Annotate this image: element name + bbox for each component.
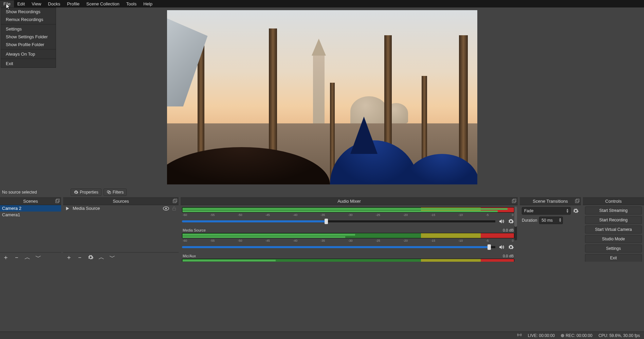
preview-area [0,7,644,187]
sources-list[interactable]: Media Source [63,205,179,252]
popout-icon[interactable] [172,199,177,203]
popout-icon[interactable] [512,199,516,203]
filters-button[interactable]: Filters [104,188,127,196]
transition-properties-button[interactable] [573,208,579,214]
duration-input[interactable]: 50 ms ▲▼ [539,217,563,224]
source-item[interactable]: Media Source [63,205,179,212]
svg-rect-6 [174,199,177,202]
vu-meter [182,259,514,262]
scene-down-button[interactable]: ﹀ [35,254,41,260]
file-menu-show-profile-folder[interactable]: Show Profile Folder [1,41,56,48]
status-broadcast-icon [517,333,522,338]
menu-profile[interactable]: Profile [63,0,83,7]
popout-icon[interactable] [55,199,60,203]
menu-tools[interactable]: Tools [123,0,140,7]
popout-icon[interactable] [575,199,579,203]
gear-icon [74,190,78,195]
controls-dock: Controls Start Streaming Start Recording… [583,197,644,262]
svg-rect-4 [56,199,59,202]
file-menu-always-on-top[interactable]: Always On Top [1,50,56,58]
controls-header: Controls [583,198,644,205]
remove-source-button[interactable]: － [77,254,83,260]
source-properties-button[interactable] [88,254,94,260]
preview-canvas[interactable] [167,10,477,184]
mixer-header: Audio Mixer [181,198,518,205]
controls-body: Start Streaming Start Recording Start Vi… [583,205,644,262]
file-menu-dropdown: Show Recordings Remux Recordings Setting… [1,7,56,68]
transitions-title: Scene Transitions [533,199,568,204]
properties-label: Properties [80,190,98,195]
menu-bar: File Edit View Docks Profile Scene Colle… [0,0,644,7]
menu-docks[interactable]: Docks [44,0,63,7]
mixer-title: Audio Mixer [337,199,361,204]
remove-scene-button[interactable]: － [14,254,20,260]
channel-name: Media Source [183,228,206,232]
duration-value: 50 ms [541,218,553,223]
no-source-label: No source selected [1,190,69,195]
menu-view[interactable]: View [28,0,44,7]
scenes-dock: Scenes Camera 2 Camera1 ＋ － ︿ ﹀ [0,197,61,262]
studio-mode-button[interactable]: Studio Mode [585,235,642,243]
visibility-toggle[interactable] [163,206,169,211]
vu-ticks: -60-55-50-45-40-35-30-25-20-15-10-50 [183,239,514,242]
sources-dock: Sources Media Source ＋ － ︿ ﹀ [63,197,179,262]
status-live: LIVE: 00:00:00 [528,333,555,338]
duration-label: Duration [522,218,537,223]
vu-meter [182,233,514,238]
mixer-channel: Media Source0.0 dB-60-55-50-45-40-35-30-… [182,228,514,251]
file-menu-show-settings-folder[interactable]: Show Settings Folder [1,33,56,41]
mute-button[interactable] [498,218,505,225]
exit-button[interactable]: Exit [585,254,642,262]
file-menu-remux-recordings[interactable]: Remux Recordings [1,16,56,23]
source-item-label: Media Source [73,206,100,211]
scenes-list[interactable]: Camera 2 Camera1 [0,205,61,252]
mixer-channel: Mic/Aux0.0 dB-60-55-50-45-40-35-30-25-20… [182,254,514,262]
transitions-dock: Scene Transitions Fade ▲▼ Duration 50 ms… [520,197,581,262]
scenes-title: Scenes [23,199,38,204]
channel-settings-button[interactable] [508,218,514,225]
file-menu-settings[interactable]: Settings [1,25,56,33]
start-streaming-button[interactable]: Start Streaming [585,206,642,215]
transitions-header: Scene Transitions [520,198,581,205]
controls-title: Controls [605,199,622,204]
status-cpu: CPU: 59.6%, 30.00 fps [599,333,640,338]
docks-row: Scenes Camera 2 Camera1 ＋ － ︿ ﹀ Sources … [0,197,644,262]
start-recording-button[interactable]: Start Recording [585,216,642,224]
svg-rect-14 [576,199,579,202]
mute-button[interactable] [498,244,505,251]
volume-slider[interactable] [182,220,495,222]
scene-item[interactable]: Camera1 [0,212,61,218]
add-source-button[interactable]: ＋ [66,254,72,260]
start-virtual-camera-button[interactable]: Start Virtual Camera [585,225,642,234]
volume-slider[interactable] [182,246,495,248]
scene-up-button[interactable]: ︿ [24,254,31,260]
transitions-body: Fade ▲▼ Duration 50 ms ▲▼ [520,205,581,262]
menu-separator [1,59,56,59]
vu-meter [182,207,514,213]
transition-type-select[interactable]: Fade ▲▼ [522,207,571,215]
settings-button[interactable]: Settings [585,244,642,253]
menu-scene-collection[interactable]: Scene Collection [83,0,123,7]
status-bar: LIVE: 00:00:00 REC: 00:00:00 CPU: 59.6%,… [0,332,644,339]
channel-settings-button[interactable] [508,244,514,251]
file-menu-exit[interactable]: Exit [1,60,56,67]
lock-toggle[interactable] [172,206,177,211]
menu-help[interactable]: Help [140,0,156,7]
mixer-scrollbar[interactable] [514,206,517,240]
record-indicator-icon [561,334,564,337]
channel-db: 0.0 dB [503,254,514,258]
svg-point-9 [165,207,167,209]
svg-rect-10 [173,208,176,210]
file-menu-show-recordings[interactable]: Show Recordings [1,8,56,16]
menu-file[interactable]: File [0,0,14,7]
sources-header: Sources [63,198,179,205]
transition-type-value: Fade [524,208,533,213]
properties-button[interactable]: Properties [71,188,102,196]
channel-db: 0.0 dB [503,228,514,232]
source-up-button[interactable]: ︿ [98,254,105,260]
add-scene-button[interactable]: ＋ [3,254,9,260]
scene-item[interactable]: Camera 2 [0,205,61,212]
source-down-button[interactable]: ﹀ [109,254,115,260]
menu-edit[interactable]: Edit [14,0,28,7]
menu-separator [1,24,56,24]
